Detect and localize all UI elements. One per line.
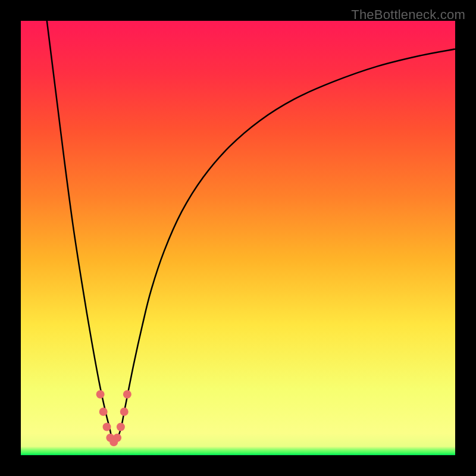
- chart-svg: [21, 21, 455, 455]
- minimum-marker-dot: [103, 423, 111, 431]
- chart-frame: TheBottleneck.com: [0, 0, 476, 476]
- bottleneck-curve: [47, 21, 455, 444]
- minimum-marker-dot: [120, 408, 129, 416]
- minimum-marker-dot: [113, 434, 121, 442]
- bottleneck-curve-path: [47, 21, 455, 444]
- minimum-marker-dot: [96, 390, 105, 399]
- minimum-marker-dot: [123, 390, 131, 399]
- watermark-text: TheBottleneck.com: [351, 7, 465, 23]
- minimum-marker-dot: [117, 423, 125, 431]
- minimum-marker-dot: [99, 408, 108, 416]
- plot-area: [21, 21, 455, 455]
